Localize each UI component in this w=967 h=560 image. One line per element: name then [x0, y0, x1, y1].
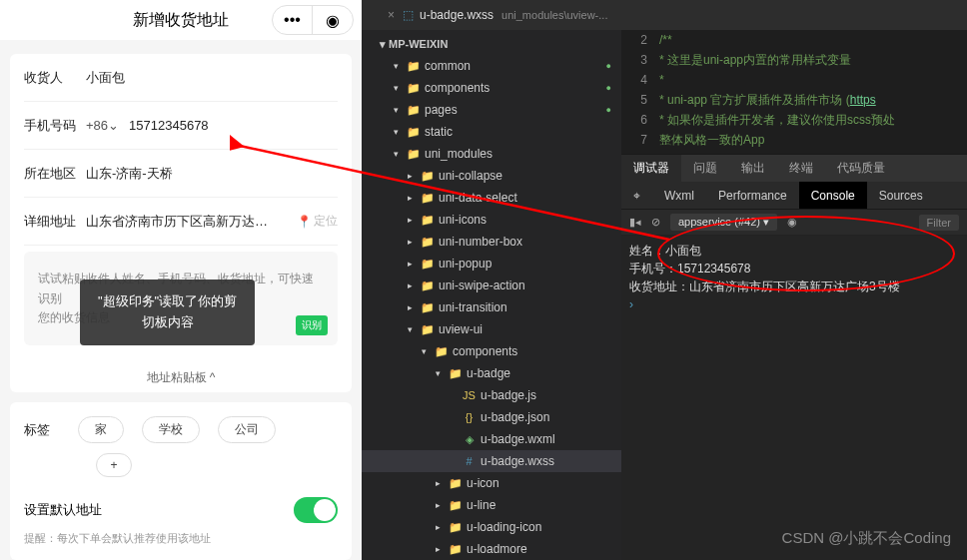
mobile-preview: 新增收货地址 ••• ◉ 收货人 小面包 手机号码 +86⌄ 157123456…	[0, 0, 362, 560]
pin-icon: 📍	[297, 215, 312, 229]
region-row[interactable]: 所在地区 山东-济南-天桥	[24, 150, 338, 198]
tree-item[interactable]: ▸📁u-icon	[362, 472, 621, 494]
recipient-label: 收货人	[24, 69, 86, 87]
tree-item[interactable]: ▸📁uni-icons	[362, 209, 621, 231]
default-hint: 提醒：每次下单会默认推荐使用该地址	[24, 531, 338, 546]
tree-item[interactable]: ▸📁uni-collapse	[362, 165, 621, 187]
detail-label: 详细地址	[24, 213, 86, 231]
phone-label: 手机号码	[24, 117, 86, 135]
tree-item[interactable]: ▾📁uni_modules	[362, 143, 621, 165]
inspect-icon[interactable]: ⌖	[621, 182, 652, 209]
code-editor[interactable]: 234567 /** * 这里是uni-app内置的常用样式变量 * * uni…	[621, 30, 967, 154]
clear-console-icon[interactable]: ⊘	[651, 216, 660, 229]
devtools-tabs: ⌖ Wxml Performance Console Sources	[621, 182, 967, 210]
clipboard-toast: "超级印务"读取了你的剪 切板内容	[80, 280, 255, 345]
default-row: 设置默认地址	[24, 497, 338, 523]
tree-item[interactable]: ▸📁u-loading-icon	[362, 516, 621, 538]
recipient-row[interactable]: 收货人 小面包	[24, 54, 338, 102]
tag-company[interactable]: 公司	[218, 416, 276, 443]
tree-item[interactable]: ▾📁pages●	[362, 99, 621, 121]
tags-card: 标签 家 学校 公司 + 设置默认地址 提醒：每次下单会默认推荐使用该地址	[10, 402, 352, 560]
log-name: 姓名：小面包	[629, 242, 959, 260]
tree-item[interactable]: ▸📁u-loadmore	[362, 538, 621, 560]
detail-value: 山东省济南市历下区高新万达…	[86, 213, 297, 231]
tab-debugger[interactable]: 调试器	[621, 155, 681, 182]
phone-row[interactable]: 手机号码 +86⌄ 15712345678	[24, 102, 338, 150]
page-title: 新增收货地址	[133, 10, 229, 31]
tree-item[interactable]: JSu-badge.js	[362, 384, 621, 406]
file-icon: ⬚	[403, 8, 414, 22]
log-phone: 手机号：15712345678	[629, 260, 959, 278]
tree-item[interactable]: ▸📁uni-number-box	[362, 231, 621, 253]
file-tree: ▾ MP-WEIXIN ▾📁common●▾📁components●▾📁page…	[362, 30, 621, 560]
tag-home[interactable]: 家	[78, 416, 124, 443]
filter-input[interactable]: Filter	[919, 215, 959, 231]
console-output[interactable]: 姓名：小面包 手机号：15712345678 收货地址：山东省济南市历下区高新万…	[621, 236, 967, 560]
detail-row[interactable]: 详细地址 山东省济南市历下区高新万达… 📍定位	[24, 198, 338, 246]
default-label: 设置默认地址	[24, 501, 102, 519]
tags-row: 标签 家 学校 公司	[24, 416, 338, 443]
tab-filename[interactable]: u-badge.wxss	[420, 8, 493, 22]
locate-button[interactable]: 📍定位	[297, 213, 338, 230]
dt-console[interactable]: Console	[799, 182, 867, 209]
context-selector[interactable]: appservice (#42) ▾	[670, 214, 777, 231]
tree-item[interactable]: ▾📁common●	[362, 55, 621, 77]
tree-item[interactable]: ▸📁uni-data-select	[362, 187, 621, 209]
close-icon[interactable]: ×	[388, 8, 395, 22]
ide-panel: × ⬚ u-badge.wxss uni_modules\uview-... ▾…	[362, 0, 967, 560]
phone-value: 15712345678	[129, 118, 338, 133]
tab-quality[interactable]: 代码质量	[825, 155, 897, 182]
tree-item[interactable]: ▸📁uni-transition	[362, 296, 621, 318]
tree-item[interactable]: {}u-badge.json	[362, 406, 621, 428]
region-value: 山东-济南-天桥	[86, 165, 338, 183]
editor-tab-bar: × ⬚ u-badge.wxss uni_modules\uview-...	[362, 0, 967, 30]
tree-item[interactable]: ▾📁components●	[362, 77, 621, 99]
console-prompt[interactable]: ›	[629, 295, 959, 313]
dt-wxml[interactable]: Wxml	[652, 182, 706, 209]
log-addr: 收货地址：山东省济南市历下区高新万达广场3号楼	[629, 278, 959, 295]
more-icon[interactable]: •••	[273, 6, 313, 34]
tab-problems[interactable]: 问题	[681, 155, 729, 182]
tag-add-button[interactable]: +	[96, 453, 132, 477]
mobile-header: 新增收货地址 ••• ◉	[0, 0, 362, 40]
console-toolbar: ▮◂ ⊘ appservice (#42) ▾ ◉ Filter	[621, 210, 967, 236]
bottom-tabs: 调试器 问题 输出 终端 代码质量	[621, 154, 967, 182]
recognize-badge[interactable]: 识别	[296, 315, 328, 335]
tree-item[interactable]: #u-badge.wxss	[362, 450, 621, 472]
right-pane: 234567 /** * 这里是uni-app内置的常用样式变量 * * uni…	[621, 30, 967, 560]
dt-sources[interactable]: Sources	[867, 182, 935, 209]
tree-root[interactable]: ▾ MP-WEIXIN	[362, 34, 621, 55]
tab-terminal[interactable]: 终端	[777, 155, 825, 182]
tree-item[interactable]: ▸📁uni-swipe-action	[362, 275, 621, 296]
region-label: 所在地区	[24, 165, 86, 183]
capsule-buttons: ••• ◉	[272, 5, 354, 35]
tree-item[interactable]: ▸📁uni-popup	[362, 253, 621, 275]
dt-perf[interactable]: Performance	[706, 182, 799, 209]
tree-item[interactable]: ▸📁u-line	[362, 494, 621, 516]
watermark: CSDN @小跳不会Coding	[782, 529, 951, 548]
tags-label: 标签	[24, 421, 50, 439]
default-toggle[interactable]	[294, 497, 338, 523]
recipient-value: 小面包	[86, 69, 338, 87]
tab-path: uni_modules\uview-...	[501, 9, 607, 21]
eye-icon[interactable]: ◉	[787, 216, 797, 229]
tree-item[interactable]: ▾📁u-badge	[362, 362, 621, 384]
tab-output[interactable]: 输出	[729, 155, 777, 182]
tree-item[interactable]: ▾📁static	[362, 121, 621, 143]
tree-item[interactable]: ◈u-badge.wxml	[362, 428, 621, 450]
phone-prefix[interactable]: +86⌄	[86, 118, 119, 133]
target-icon[interactable]: ◉	[313, 6, 353, 34]
tree-item[interactable]: ▾📁uview-ui	[362, 318, 621, 340]
tree-item[interactable]: ▾📁components	[362, 340, 621, 362]
tag-school[interactable]: 学校	[142, 416, 200, 443]
toggle-sidebar-icon[interactable]: ▮◂	[629, 216, 641, 229]
clipboard-toggle[interactable]: 地址粘贴板 ^	[24, 359, 338, 392]
